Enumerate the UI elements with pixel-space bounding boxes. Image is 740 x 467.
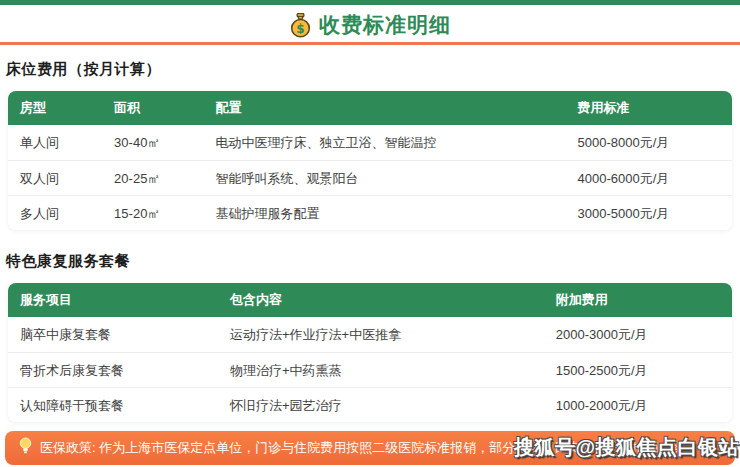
column-header: 面积 [102, 91, 203, 125]
room-type-cell: 多人间 [8, 196, 102, 230]
service-cell: 认知障碍干预套餐 [8, 388, 218, 422]
watermark: 搜狐号@搜狐焦点白银站 [514, 434, 739, 461]
bed-fee-table-header-row: 房型 面积 配置 费用标准 [8, 91, 732, 125]
column-header: 房型 [8, 91, 102, 125]
price-cell: 4000-6000元/月 [565, 161, 732, 195]
bed-fee-table: 房型 面积 配置 费用标准 单人间 30-40㎡ 电动中医理疗床、独立卫浴、智能… [8, 91, 732, 230]
price-cell: 1500-2500元/月 [544, 353, 732, 387]
page-header: $ 收费标准明细 [0, 5, 740, 39]
area-cell: 15-20㎡ [102, 196, 203, 230]
area-cell: 30-40㎡ [102, 125, 203, 160]
table-row: 单人间 30-40㎡ 电动中医理疗床、独立卫浴、智能温控 5000-8000元/… [8, 125, 732, 160]
rehab-package-section: 特色康复服务套餐 服务项目 包含内容 附加费用 脑卒中康复套餐 运动疗法+作业疗… [0, 252, 740, 422]
service-cell: 脑卒中康复套餐 [8, 317, 218, 352]
table-row: 脑卒中康复套餐 运动疗法+作业疗法+中医推拿 2000-3000元/月 [8, 317, 732, 352]
section-title-rehab-packages: 特色康复服务套餐 [6, 252, 740, 271]
table-row: 双人间 20-25㎡ 智能呼叫系统、观景阳台 4000-6000元/月 [8, 160, 732, 195]
column-header: 附加费用 [544, 283, 732, 317]
price-cell: 1000-2000元/月 [544, 388, 732, 422]
config-cell: 基础护理服务配置 [203, 196, 565, 230]
table-row: 多人间 15-20㎡ 基础护理服务配置 3000-5000元/月 [8, 195, 732, 230]
section-title-bed-fees: 床位费用（按月计算） [6, 60, 740, 79]
content-cell: 怀旧疗法+园艺治疗 [218, 388, 544, 422]
header-divider [0, 42, 740, 45]
table-row: 骨折术后康复套餐 物理治疗+中药熏蒸 1500-2500元/月 [8, 352, 732, 387]
price-cell: 3000-5000元/月 [565, 196, 732, 230]
column-header: 服务项目 [8, 283, 218, 317]
svg-text:$: $ [296, 21, 304, 35]
room-type-cell: 双人间 [8, 161, 102, 195]
service-cell: 骨折术后康复套餐 [8, 353, 218, 387]
area-cell: 20-25㎡ [102, 161, 203, 195]
column-header: 配置 [203, 91, 565, 125]
rehab-package-table: 服务项目 包含内容 附加费用 脑卒中康复套餐 运动疗法+作业疗法+中医推拿 20… [8, 283, 732, 422]
money-bag-icon: $ [289, 13, 312, 38]
lightbulb-icon [19, 437, 32, 459]
config-cell: 智能呼叫系统、观景阳台 [203, 161, 565, 195]
bed-fee-section: 床位费用（按月计算） 房型 面积 配置 费用标准 单人间 30-40㎡ 电动中医… [0, 60, 740, 230]
price-cell: 5000-8000元/月 [565, 125, 732, 160]
column-header: 包含内容 [218, 283, 544, 317]
page-title: 收费标准明细 [319, 11, 451, 39]
content-cell: 物理治疗+中药熏蒸 [218, 353, 544, 387]
table-row: 认知障碍干预套餐 怀旧疗法+园艺治疗 1000-2000元/月 [8, 387, 732, 422]
column-header: 费用标准 [565, 91, 732, 125]
config-cell: 电动中医理疗床、独立卫浴、智能温控 [203, 125, 565, 160]
rehab-table-header-row: 服务项目 包含内容 附加费用 [8, 283, 732, 317]
price-cell: 2000-3000元/月 [544, 317, 732, 352]
room-type-cell: 单人间 [8, 125, 102, 160]
content-cell: 运动疗法+作业疗法+中医推拿 [218, 317, 544, 352]
